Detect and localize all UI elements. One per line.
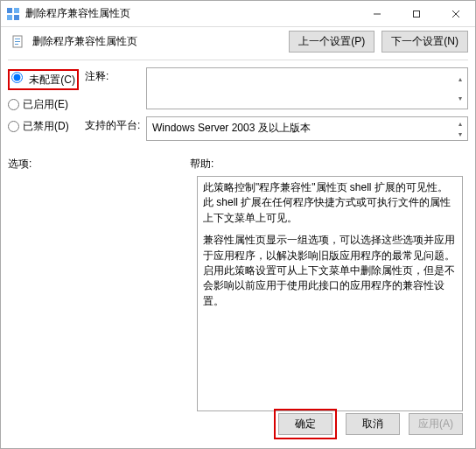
radio-disabled[interactable]	[8, 121, 19, 132]
config-radio-group: 未配置(C) 已启用(E) 已禁用(D)	[8, 67, 85, 148]
platform-value: Windows Server 2003 及以上版本	[152, 122, 311, 134]
page-title: 删除程序兼容性属性页	[32, 34, 289, 49]
help-paragraph: 此策略控制"程序兼容性"属性页 shell 扩展的可见性。此 shell 扩展在…	[203, 180, 457, 226]
svg-rect-1	[14, 8, 19, 13]
minimize-button[interactable]	[357, 2, 396, 26]
svg-rect-9	[15, 39, 20, 39]
comment-label: 注释:	[85, 67, 146, 109]
scroll-down-icon[interactable]: ▾	[454, 129, 466, 139]
help-text-box: 此策略控制"程序兼容性"属性页 shell 扩展的可见性。此 shell 扩展在…	[197, 176, 463, 411]
radio-not-configured[interactable]	[11, 72, 23, 83]
cancel-button[interactable]: 取消	[346, 413, 400, 435]
next-setting-button[interactable]: 下一个设置(N)	[382, 31, 468, 53]
options-label: 选项:	[8, 157, 190, 172]
supported-platforms-field: Windows Server 2003 及以上版本 ▴▾	[146, 116, 468, 141]
window-title: 删除程序兼容性属性页	[25, 6, 357, 21]
svg-rect-3	[14, 15, 19, 20]
svg-rect-2	[7, 15, 12, 20]
help-label: 帮助:	[190, 157, 214, 172]
svg-rect-0	[7, 8, 12, 13]
radio-disabled-label: 已禁用(D)	[23, 119, 69, 134]
svg-rect-5	[413, 11, 419, 17]
comment-field[interactable]: ▴▾	[146, 67, 468, 109]
help-paragraph: 兼容性属性页显示一组选项，可以选择这些选项并应用于应用程序，以解决影响旧版应用程…	[203, 233, 457, 309]
scroll-up-icon[interactable]: ▴	[454, 69, 466, 88]
radio-not-configured-label: 未配置(C)	[29, 74, 75, 86]
ok-button[interactable]: 确定	[278, 413, 332, 435]
app-icon	[6, 7, 20, 21]
platform-label: 支持的平台:	[85, 116, 146, 141]
previous-setting-button[interactable]: 上一个设置(P)	[289, 31, 374, 53]
apply-button[interactable]: 应用(A)	[409, 413, 463, 435]
scroll-up-icon[interactable]: ▴	[454, 118, 466, 129]
radio-enabled[interactable]	[8, 99, 19, 110]
close-button[interactable]	[436, 2, 475, 26]
svg-rect-11	[15, 44, 18, 45]
maximize-button[interactable]	[396, 2, 436, 26]
titlebar: 删除程序兼容性属性页	[1, 1, 475, 27]
policy-icon	[11, 35, 25, 49]
radio-enabled-label: 已启用(E)	[23, 97, 68, 112]
scroll-down-icon[interactable]: ▾	[454, 88, 466, 108]
svg-rect-10	[15, 41, 20, 42]
